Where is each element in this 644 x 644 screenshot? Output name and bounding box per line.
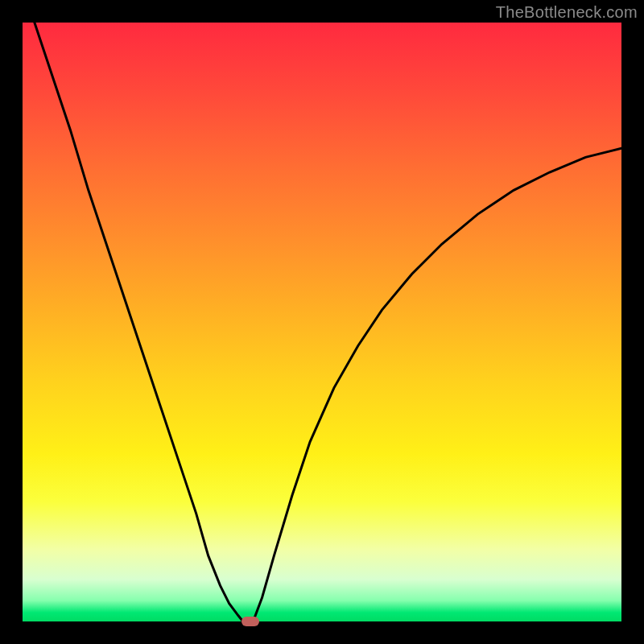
chart-frame: TheBottleneck.com <box>0 0 644 644</box>
watermark-text: TheBottleneck.com <box>496 3 638 22</box>
valley-marker <box>242 617 259 626</box>
gradient-background <box>23 23 621 621</box>
